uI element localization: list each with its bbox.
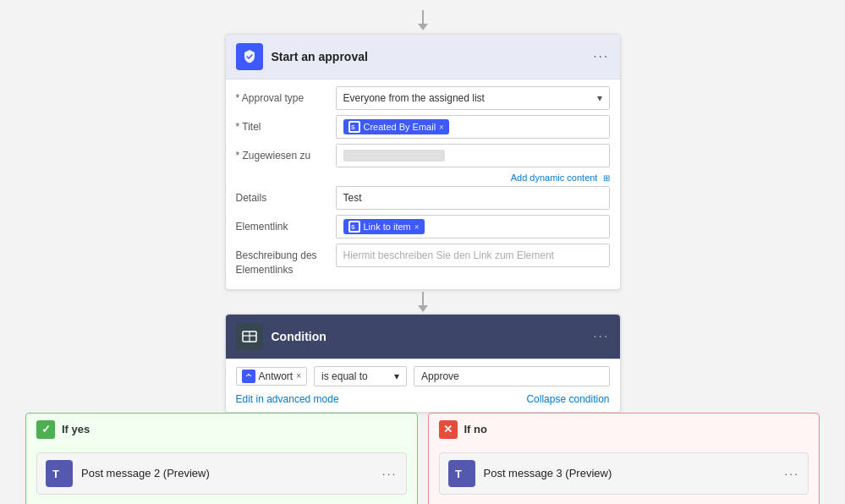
condition-links-row: Edit in advanced mode Collapse condition [226, 393, 620, 412]
condition-tag-icon [242, 370, 255, 383]
titel-tag: S Created By Email × [343, 119, 449, 134]
if-yes-header: ✓ If yes [26, 414, 417, 446]
condition-row: Antwort × is equal to ▾ Approve [226, 359, 620, 393]
beschreibung-placeholder: Hiermit beschreiben Sie den Link zum Ele… [343, 249, 554, 261]
approval-card-header: Start an approval ··· [226, 35, 620, 79]
post-message-3-title: Post message 3 (Preview) [484, 467, 776, 479]
details-row: Details Test [236, 186, 610, 210]
condition-icon-svg [241, 328, 258, 345]
titel-tag-close[interactable]: × [439, 123, 444, 132]
svg-text:T: T [455, 468, 462, 480]
condition-more-button[interactable]: ··· [593, 329, 609, 344]
approval-icon-svg [241, 48, 258, 65]
titel-label: * Titel [236, 115, 329, 134]
approval-card-title: Start an approval [272, 50, 585, 63]
post-message-2-more-button[interactable]: ··· [382, 467, 398, 480]
elementlink-row: Elementlink S Link to item × [236, 215, 610, 238]
approval-type-row: * Approval type Everyone from the assign… [236, 86, 610, 110]
condition-tag-text: Antwort [259, 370, 294, 382]
post-message-3-card: T Post message 3 (Preview) ··· [439, 452, 809, 495]
condition-card-header: Condition ··· [226, 315, 620, 359]
svg-point-7 [244, 372, 253, 381]
elementlink-label: Elementlink [236, 215, 329, 234]
if-no-title: If no [464, 423, 487, 436]
titel-tag-text: Created By Email [364, 122, 436, 132]
condition-antwort-tag[interactable]: Antwort × [236, 367, 308, 386]
svg-text:S: S [351, 224, 355, 230]
approval-card: Start an approval ··· * Approval type Ev… [225, 34, 621, 290]
condition-card-title: Condition [272, 330, 585, 343]
post-message-3-more-button[interactable]: ··· [784, 467, 799, 480]
elementlink-tag: S Link to item × [343, 219, 425, 234]
dynamic-content-label: Add dynamic content [511, 173, 598, 183]
approval-more-button[interactable]: ··· [593, 49, 609, 64]
post-message-3-icon: T [448, 460, 475, 487]
approval-type-select[interactable]: Everyone from the assigned list ▾ [336, 86, 610, 110]
if-no-branch: ✕ If no T Post message 3 (Preview) ··· [428, 413, 820, 504]
zugewiesen-row: * Zugewiesen zu [236, 144, 610, 167]
approval-type-value: Everyone from the assigned list [343, 92, 485, 104]
dynamic-content-icon: ⊞ [603, 173, 610, 183]
post-message-2-title: Post message 2 (Preview) [81, 467, 374, 479]
zugewiesen-label: * Zugewiesen zu [236, 144, 329, 163]
condition-operator-arrow: ▾ [394, 370, 399, 382]
condition-value-text: Approve [421, 370, 459, 382]
svg-text:T: T [52, 468, 59, 480]
branches-container: ✓ If yes T Post message 2 (Preview) ··· [0, 413, 845, 504]
if-yes-branch: ✓ If yes T Post message 2 (Preview) ··· [25, 413, 418, 504]
if-no-header: ✕ If no [429, 414, 820, 446]
condition-operator-select[interactable]: is equal to ▾ [314, 366, 407, 386]
beschreibung-label: Beschreibung des Elementlinks [236, 244, 329, 277]
approval-type-label: * Approval type [236, 86, 329, 106]
condition-tag-inner-icon [244, 371, 254, 381]
post-message-2-card: T Post message 2 (Preview) ··· [36, 452, 407, 495]
approval-card-body: * Approval type Everyone from the assign… [226, 79, 620, 289]
elementlink-tag-icon: S [348, 221, 360, 233]
if-yes-footer: Add an action ··· More [26, 501, 417, 504]
approval-type-arrow: ▾ [597, 92, 602, 104]
details-label: Details [236, 186, 329, 205]
details-value: Test [343, 192, 362, 204]
beschreibung-field[interactable]: Hiermit beschreiben Sie den Link zum Ele… [336, 244, 610, 267]
condition-value-field[interactable]: Approve [414, 366, 609, 386]
svg-text:S: S [351, 124, 355, 130]
svg-point-8 [248, 374, 250, 375]
condition-tag-close[interactable]: × [296, 371, 301, 381]
elementlink-tag-text: Link to item [364, 222, 411, 232]
elementlink-field[interactable]: S Link to item × [336, 215, 610, 238]
teams-icon-svg-no: T [453, 464, 471, 483]
zugewiesen-blurred [343, 150, 445, 162]
details-field[interactable]: Test [336, 186, 610, 210]
titel-field[interactable]: S Created By Email × [336, 115, 610, 139]
edit-advanced-mode-link[interactable]: Edit in advanced mode [236, 393, 339, 405]
post-message-2-icon: T [46, 460, 73, 487]
condition-card: Condition ··· Antwort × is equal to ▾ [225, 314, 621, 413]
top-connector [418, 8, 428, 32]
if-no-icon: ✕ [439, 420, 458, 439]
if-yes-title: If yes [62, 423, 90, 436]
dynamic-content-link[interactable]: Add dynamic content ⊞ [236, 173, 610, 183]
if-yes-icon: ✓ [36, 420, 55, 439]
teams-icon-svg-yes: T [50, 464, 69, 483]
titel-tag-icon: S [348, 121, 360, 133]
zugewiesen-field[interactable] [336, 144, 610, 167]
condition-operator-value: is equal to [321, 370, 368, 382]
titel-row: * Titel S Created By Email × [236, 115, 610, 139]
approval-icon [236, 43, 263, 70]
condition-icon [236, 323, 263, 350]
elementlink-tag-inner-icon: S [350, 222, 359, 231]
beschreibung-row: Beschreibung des Elementlinks Hiermit be… [236, 244, 610, 277]
mid-connector [418, 292, 428, 312]
elementlink-tag-close[interactable]: × [414, 222, 420, 232]
collapse-condition-link[interactable]: Collapse condition [526, 393, 609, 405]
if-no-footer: Add an action ··· More [429, 501, 820, 504]
titel-tag-inner-icon: S [350, 123, 359, 131]
